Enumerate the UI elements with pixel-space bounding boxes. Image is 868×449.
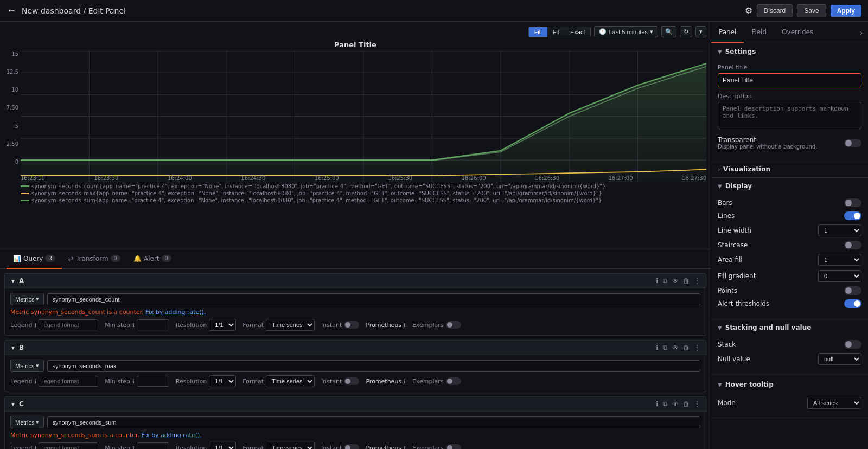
section-c-resolution-select[interactable]: 1/1 (209, 442, 236, 449)
zoom-button[interactable]: 🔍 (661, 26, 676, 37)
mode-select[interactable]: All seriesSingle (807, 397, 861, 409)
section-c-exemplars-toggle[interactable] (446, 444, 461, 449)
section-c-toggle[interactable]: ▼ (10, 401, 16, 407)
section-b-copy[interactable]: ⧉ (663, 344, 668, 351)
line-width-select[interactable]: 123 (818, 224, 861, 236)
settings-section-body: Panel title Description Transparent Disp… (711, 60, 868, 161)
section-b-minstep-input[interactable] (137, 376, 169, 387)
right-tab-field[interactable]: Field (744, 22, 774, 43)
settings-section-header[interactable]: ▼ Settings (711, 43, 868, 60)
right-panel-expand-button[interactable]: › (854, 28, 868, 37)
zoom-mode-group: Fill Fit Exact (528, 27, 591, 37)
section-c-metrics-input[interactable] (47, 416, 700, 428)
section-a-copy[interactable]: ⧉ (663, 277, 668, 285)
tab-alert[interactable]: 🔔 Alert 0 (127, 249, 178, 269)
section-a-toggle[interactable]: ▼ (10, 278, 16, 284)
settings-button[interactable]: ⚙ (745, 5, 752, 16)
section-b-more[interactable]: ⋮ (694, 344, 700, 351)
stack-toggle[interactable] (844, 340, 861, 349)
display-section-header[interactable]: ▼ Display (711, 178, 868, 194)
section-a-info[interactable]: ℹ (656, 277, 659, 285)
area-fill-select[interactable]: 102 (818, 254, 861, 266)
page-title: New dashboard / Edit Panel (22, 7, 745, 15)
section-c-minstep-input[interactable] (137, 442, 169, 449)
tab-query[interactable]: 📊 Query 3 (7, 249, 62, 269)
null-value-row: Null value nullconnectednull as zero (718, 353, 861, 365)
save-button[interactable]: Save (797, 4, 826, 17)
fill-gradient-select[interactable]: 01 (818, 270, 861, 282)
section-b-metrics-btn[interactable]: Metrics ▾ (10, 360, 44, 372)
section-c-format-select[interactable]: Time series (266, 442, 315, 449)
staircase-toggle[interactable] (844, 241, 861, 249)
null-value-select[interactable]: nullconnectednull as zero (818, 353, 861, 365)
back-button[interactable]: ← (7, 5, 16, 16)
alert-thresholds-toggle[interactable] (844, 299, 861, 308)
chart-container: 15 12.5 10 7.50 5 2.50 0 (4, 51, 706, 181)
apply-button[interactable]: Apply (831, 5, 861, 17)
section-a-instant-toggle[interactable] (344, 321, 359, 329)
section-b-info[interactable]: ℹ (656, 344, 659, 351)
section-c-info[interactable]: ℹ (656, 400, 659, 408)
section-c-warning: Metric synonym_seconds_sum is a counter.… (10, 432, 700, 439)
section-c-delete[interactable]: 🗑 (683, 400, 690, 408)
section-c-fix-link[interactable]: Fix by adding rate(). (142, 432, 202, 439)
section-c-instant-toggle[interactable] (344, 444, 359, 449)
section-b-legend-input[interactable] (39, 376, 98, 387)
stacking-section-header[interactable]: ▼ Stacking and null value (711, 319, 868, 336)
more-button[interactable]: ▾ (695, 26, 706, 37)
visualization-section-header[interactable]: › Visualization (711, 161, 868, 177)
panel-title-input[interactable] (718, 73, 861, 87)
right-tab-overrides[interactable]: Overrides (774, 22, 821, 43)
section-a-exemplars-toggle[interactable] (446, 321, 461, 329)
section-b-delete[interactable]: 🗑 (683, 344, 690, 351)
section-a-more[interactable]: ⋮ (694, 277, 700, 285)
section-c-hide[interactable]: 👁 (672, 400, 679, 408)
section-c-legend-input[interactable] (39, 442, 98, 449)
section-b-hide[interactable]: 👁 (672, 344, 679, 351)
tab-transform[interactable]: ⇄ Transform 0 (62, 249, 127, 269)
section-a-metrics-btn[interactable]: Metrics ▾ (10, 293, 44, 305)
exact-button[interactable]: Exact (565, 27, 591, 37)
hover-section-header[interactable]: ▼ Hover tooltip (711, 376, 868, 393)
fit-button[interactable]: Fit (547, 27, 565, 37)
section-a-metrics-input[interactable] (47, 293, 700, 305)
right-panel-tabs: Panel Field Overrides › (711, 22, 868, 43)
section-a-legend-input[interactable] (39, 319, 98, 330)
hover-section-body: Mode All seriesSingle (711, 393, 868, 420)
line-width-row: Line width 123 (718, 224, 861, 236)
right-tab-panel[interactable]: Panel (711, 22, 744, 43)
time-range-button[interactable]: 🕐 Last 5 minutes ▾ (594, 26, 658, 37)
section-c-metrics-btn[interactable]: Metrics ▾ (10, 416, 44, 428)
topbar-actions: ⚙ Discard Save Apply (745, 4, 861, 17)
query-icon: 📊 (13, 255, 21, 262)
chevron-icon: ▾ (36, 419, 39, 426)
section-c-more[interactable]: ⋮ (694, 400, 700, 408)
section-b-metrics-input[interactable] (47, 360, 700, 372)
section-b-instant-toggle[interactable] (344, 377, 359, 385)
description-field: Description (718, 93, 861, 131)
section-a-minstep-input[interactable] (137, 319, 169, 330)
section-b-body: Metrics ▾ Legend ℹ Min step (5, 355, 706, 392)
lines-toggle[interactable] (844, 211, 861, 220)
section-b-exemplars-toggle[interactable] (446, 377, 461, 385)
discard-button[interactable]: Discard (757, 4, 793, 17)
transparent-toggle[interactable] (844, 139, 861, 147)
section-b-format-select[interactable]: Time series (266, 375, 315, 387)
legend-color-max (21, 193, 29, 194)
chart-legend: synonym_seconds_count{app_name="practice… (4, 183, 706, 203)
section-a-format-select[interactable]: Time series (266, 319, 315, 331)
fill-button[interactable]: Fill (529, 27, 547, 37)
chevron-icon: ▾ (36, 362, 39, 369)
section-a-hide[interactable]: 👁 (672, 277, 679, 285)
refresh-button[interactable]: ↻ (680, 26, 692, 37)
section-a-resolution-select[interactable]: 1/1 (209, 319, 236, 331)
time-range-label: Last 5 minutes (609, 29, 648, 35)
points-toggle[interactable] (844, 286, 861, 295)
section-b-resolution-select[interactable]: 1/1 (209, 375, 236, 387)
bars-toggle[interactable] (844, 198, 861, 207)
section-b-toggle[interactable]: ▼ (10, 345, 16, 351)
section-c-copy[interactable]: ⧉ (663, 400, 668, 408)
section-a-fix-link[interactable]: Fix by adding rate(). (145, 309, 206, 316)
section-a-delete[interactable]: 🗑 (683, 277, 690, 285)
description-textarea[interactable] (718, 102, 861, 129)
